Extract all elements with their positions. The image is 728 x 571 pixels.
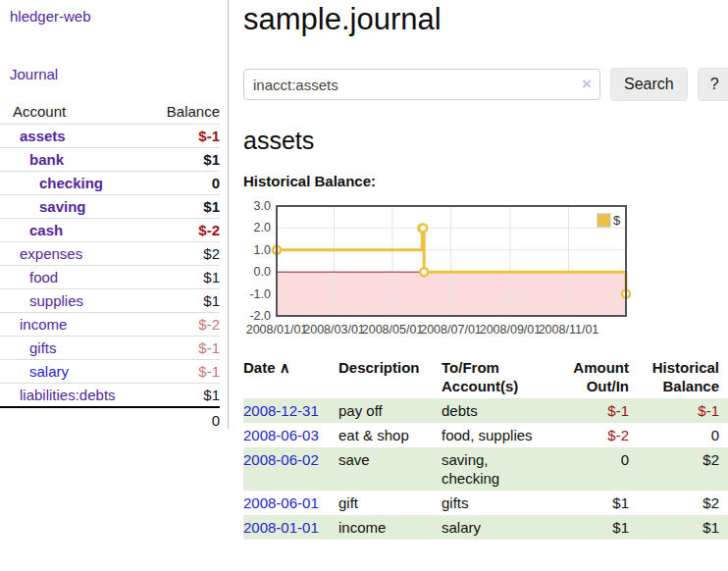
- app-title-link[interactable]: hledger-web: [10, 8, 91, 25]
- account-link-salary[interactable]: salary: [0, 363, 69, 380]
- transaction-row: 2008-01-01incomesalary$1$1: [243, 515, 728, 540]
- transaction-accounts: debts: [442, 398, 549, 423]
- transaction-accounts: salary: [442, 515, 549, 540]
- sidebar: hledger-web Journal Account Balance asse…: [0, 0, 229, 429]
- x-tick-label: 2008/11/01: [539, 323, 599, 337]
- account-row: saving$1: [0, 194, 220, 218]
- account-link-saving[interactable]: saving: [0, 198, 86, 215]
- date-column-header[interactable]: Date ∧: [243, 355, 338, 398]
- transaction-date-link[interactable]: 2008-06-01: [243, 494, 319, 511]
- transaction-amount: $1: [549, 491, 631, 515]
- accounts-total-row: 0: [0, 406, 220, 433]
- amount-column-header: Amount Out/In: [549, 355, 631, 398]
- data-point-marker: [420, 268, 428, 276]
- help-button[interactable]: ?: [698, 68, 728, 101]
- transaction-accounts: saving, checking: [442, 447, 549, 491]
- account-balance: $1: [203, 292, 220, 309]
- account-row: gifts$-1: [0, 336, 220, 359]
- transaction-date: 2008-06-02: [243, 447, 338, 491]
- x-tick-label: 2008/09/01: [480, 323, 542, 337]
- transaction-description: gift: [338, 491, 442, 515]
- search-input[interactable]: [243, 69, 600, 100]
- accounts-column-header: To/From Account(s): [442, 355, 549, 398]
- register-table-header: Date ∧ Description To/From Account(s) Am…: [243, 355, 728, 398]
- transaction-date: 2008-01-01: [243, 515, 338, 540]
- account-row: salary$-1: [0, 359, 220, 383]
- account-row: bank$1: [0, 147, 220, 171]
- transaction-date-link[interactable]: 2008-06-02: [243, 451, 319, 468]
- account-balance: $-2: [198, 222, 220, 238]
- transaction-description: pay off: [338, 398, 442, 423]
- clear-search-icon[interactable]: ×: [582, 75, 592, 93]
- x-tick-label: 2008/07/01: [420, 323, 482, 337]
- transaction-date-link[interactable]: 2008-12-31: [243, 402, 319, 419]
- accounts-table: Account Balance assets$-1bank$1checking0…: [0, 100, 228, 433]
- sidebar-item-journal[interactable]: Journal: [10, 66, 58, 82]
- account-link-supplies[interactable]: supplies: [0, 292, 83, 309]
- historical-balance-chart[interactable]: 3.02.01.00.0-1.0-2.02008/01/012008/03/01…: [243, 200, 728, 339]
- transaction-date: 2008-12-31: [243, 398, 338, 423]
- accounts-total-value: 0: [212, 412, 220, 429]
- account-balance: $-1: [198, 128, 220, 144]
- transaction-accounts: food, supplies: [442, 423, 549, 447]
- account-balance: $-2: [198, 316, 220, 333]
- y-tick-label: -1.0: [249, 287, 271, 301]
- x-tick-label: 2008/05/01: [362, 323, 424, 337]
- transaction-row: 2008-06-02savesaving, checking0$2: [243, 447, 728, 491]
- transaction-date: 2008-06-03: [243, 423, 338, 447]
- account-balance: $1: [203, 151, 220, 168]
- transaction-amount: $1: [549, 515, 631, 540]
- account-row: assets$-1: [0, 124, 220, 147]
- account-balance: 0: [212, 175, 220, 191]
- search-button[interactable]: Search: [610, 68, 688, 101]
- sort-asc-icon: ∧: [280, 359, 290, 376]
- data-point-marker: [419, 224, 427, 232]
- account-link-checking[interactable]: checking: [0, 175, 103, 191]
- account-row: income$-2: [0, 312, 220, 336]
- account-row: expenses$2: [0, 241, 220, 265]
- transaction-description: eat & shop: [338, 423, 442, 447]
- transaction-date-link[interactable]: 2008-06-03: [243, 427, 319, 443]
- transaction-balance: $-1: [631, 398, 721, 423]
- account-balance: $2: [203, 245, 220, 262]
- account-link-expenses[interactable]: expenses: [0, 245, 82, 262]
- account-link-cash[interactable]: cash: [0, 222, 63, 238]
- description-column-header: Description: [338, 355, 442, 398]
- transaction-row: 2008-06-03eat & shopfood, supplies$-20: [243, 423, 728, 447]
- transaction-balance: $2: [631, 447, 721, 491]
- account-balance: $1: [203, 198, 220, 215]
- page-title: sample.journal: [243, 2, 728, 37]
- transaction-amount: $-2: [549, 423, 631, 447]
- account-link-assets[interactable]: assets: [0, 128, 66, 144]
- account-row: checking0: [0, 171, 220, 194]
- balance-column-header: Historical Balance: [631, 355, 721, 398]
- register-table: Date ∧ Description To/From Account(s) Am…: [243, 355, 728, 540]
- account-balance: $1: [203, 387, 220, 403]
- balance-column-header: Balance: [167, 103, 220, 120]
- legend-swatch-icon: [598, 214, 610, 227]
- account-row: supplies$1: [0, 288, 220, 312]
- account-balance: $-1: [198, 339, 220, 356]
- account-link-food[interactable]: food: [0, 269, 58, 286]
- chart-title: Historical Balance:: [243, 173, 728, 189]
- account-link-liabilities-debts[interactable]: liabilities:debts: [0, 387, 116, 403]
- transaction-balance: $1: [631, 515, 721, 540]
- transaction-description: income: [338, 515, 442, 540]
- transaction-accounts: gifts: [442, 491, 549, 515]
- transaction-date: 2008-06-01: [243, 491, 338, 515]
- y-tick-label: 1.0: [254, 243, 271, 257]
- transaction-row: 2008-06-01giftgifts$1$2: [243, 491, 728, 515]
- account-link-gifts[interactable]: gifts: [0, 339, 57, 356]
- account-link-bank[interactable]: bank: [0, 151, 64, 168]
- y-tick-label: 0.0: [254, 265, 271, 279]
- transaction-row: 2008-12-31pay offdebts$-1$-1: [243, 398, 728, 423]
- transaction-description: save: [338, 447, 442, 491]
- account-row: cash$-2: [0, 218, 220, 241]
- legend-label: $: [613, 213, 621, 228]
- transaction-date-link[interactable]: 2008-01-01: [243, 519, 319, 536]
- transaction-balance: 0: [631, 423, 721, 447]
- search-input-wrap: ×: [243, 69, 600, 100]
- transaction-amount: 0: [549, 447, 631, 491]
- main-content: sample.journal × Search ? assets Histori…: [243, 0, 728, 540]
- account-link-income[interactable]: income: [0, 316, 67, 333]
